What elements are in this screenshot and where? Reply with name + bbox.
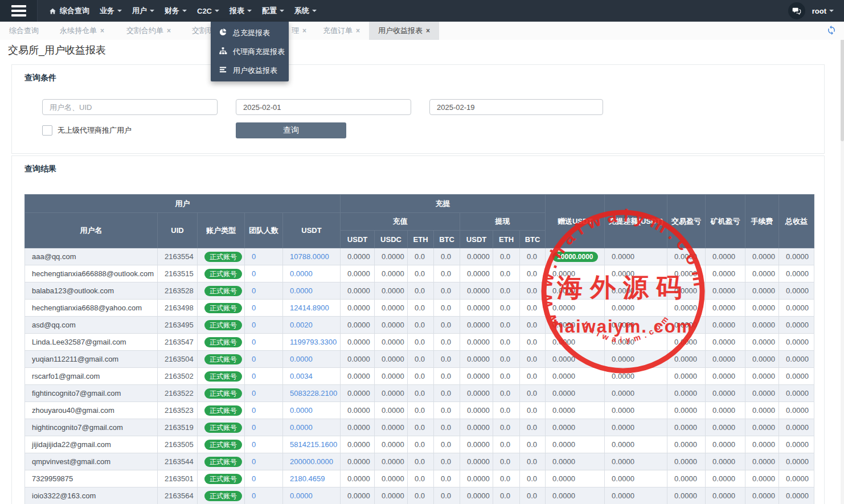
table-cell: 0.0000 (375, 436, 408, 453)
cell-value: 0.0 (527, 406, 537, 415)
usdt-balance-link[interactable]: 5083228.2100 (290, 389, 337, 398)
close-icon[interactable]: × (167, 27, 171, 35)
top-menu-item[interactable]: 报表 (224, 0, 257, 22)
usdt-balance-link[interactable]: 0.0020 (290, 321, 313, 329)
usdt-balance-link[interactable]: 0.0000 (290, 355, 313, 363)
cell-value: 0.0 (500, 457, 510, 466)
team-count-link[interactable]: 0 (252, 491, 256, 500)
tab-交割合约单[interactable]: 交割合约单× (126, 22, 171, 40)
team-count-link[interactable]: 0 (252, 304, 256, 312)
close-icon[interactable]: × (356, 27, 360, 35)
no-agent-checkbox[interactable] (42, 125, 52, 136)
top-menu-item[interactable]: 财务 (159, 0, 192, 22)
team-count-link[interactable]: 0 (252, 355, 256, 363)
usdt-balance-link[interactable]: 12414.8900 (290, 304, 329, 312)
team-count-link[interactable]: 0 (252, 321, 256, 329)
team-count-link[interactable]: 0 (252, 423, 256, 432)
table-cell: 0.0000 (779, 402, 814, 419)
account-type-badge: 正式账号 (204, 320, 242, 330)
top-menu-item[interactable]: C2C (192, 0, 224, 22)
cell-value: 0.0000 (382, 304, 404, 312)
user-menu[interactable]: root (812, 7, 834, 15)
report-menu-item[interactable]: 用户收益报表 (211, 61, 289, 80)
team-count-link[interactable]: 0 (252, 252, 256, 261)
report-menu-item[interactable]: 代理商充提报表 (211, 42, 289, 61)
top-menu-item[interactable]: 系统 (289, 0, 322, 22)
usdt-balance-link[interactable]: 0.0000 (290, 286, 313, 295)
table-cell: ioio3322@163.com (25, 487, 158, 504)
date-to-input[interactable] (429, 99, 603, 115)
table-cell: 0.0 (434, 265, 460, 282)
team-count-link[interactable]: 0 (252, 440, 256, 449)
usdt-balance-link[interactable]: 200000.0000 (290, 457, 333, 466)
table-cell: 0.0000 (546, 436, 605, 453)
team-count-link[interactable]: 0 (252, 389, 256, 398)
top-menu-item[interactable]: 综合查询 (44, 0, 95, 22)
tab-理[interactable]: 理× (292, 22, 306, 40)
cell-value: 0.0000 (674, 491, 697, 500)
usdt-balance-link[interactable]: 0.0000 (290, 406, 313, 415)
table-cell: qmpvinvest@gmail.com (25, 453, 158, 470)
header-dep-btc: BTC (434, 231, 460, 248)
usdt-balance-link[interactable]: 1199793.3300 (290, 338, 337, 346)
top-menu-item-label: 综合查询 (60, 6, 89, 16)
table-cell: 0.0 (520, 300, 546, 317)
cell-value: 0.0 (527, 252, 537, 261)
top-menu-item[interactable]: 配置 (257, 0, 289, 22)
cell-value: 0.0 (500, 252, 510, 261)
cell-value: 0.0 (441, 423, 451, 432)
tab-用户收益报表[interactable]: 用户收益报表× (369, 22, 439, 40)
team-count-link[interactable]: 0 (252, 457, 256, 466)
keyword-input[interactable] (42, 99, 218, 115)
close-icon[interactable]: × (100, 27, 104, 35)
sidebar-toggle-button[interactable] (0, 0, 38, 22)
date-from-input[interactable] (236, 99, 411, 115)
team-count-link[interactable]: 0 (252, 269, 256, 278)
team-count-link[interactable]: 0 (252, 474, 256, 483)
cell-value: 0.0000 (786, 321, 809, 329)
team-count-link[interactable]: 0 (252, 286, 256, 295)
usdt-balance-link[interactable]: 2180.4659 (290, 474, 325, 483)
table-cell: 2180.4659 (283, 470, 341, 487)
top-menu-item[interactable]: 业务 (95, 0, 127, 22)
table-cell: 0.0000 (706, 470, 745, 487)
cell-value: 0.0000 (786, 304, 809, 312)
table-cell: hightincognito7@gmail.com (25, 419, 158, 436)
table-cell: 0.0000 (706, 402, 745, 419)
usdt-balance-link[interactable]: 0.0000 (290, 491, 313, 500)
account-type-badge: 正式账号 (204, 354, 242, 364)
team-count-link[interactable]: 0 (252, 406, 256, 415)
table-cell: 0.0 (434, 317, 460, 334)
tab-永续持仓单[interactable]: 永续持仓单× (60, 22, 104, 40)
cell-value: 0.0 (527, 457, 537, 466)
usdt-balance-link[interactable]: 0.0000 (290, 269, 313, 278)
tab-label: 充值订单 (323, 26, 353, 35)
usdt-balance-link[interactable]: 0.0000 (290, 423, 313, 432)
cell-value: 0.0000 (752, 457, 775, 466)
usdt-balance-link[interactable]: 0.0034 (290, 372, 313, 380)
tab-综合查询[interactable]: 综合查询 (9, 22, 39, 40)
top-menu-item-label: 配置 (262, 6, 277, 16)
cell-value: 0.0000 (712, 252, 735, 261)
report-menu-item-label: 代理商充提报表 (233, 47, 285, 57)
table-cell: 0.0 (434, 419, 460, 436)
usdt-balance-link[interactable]: 5814215.1600 (290, 440, 337, 449)
page-scrollbar[interactable] (841, 22, 844, 504)
team-count-link[interactable]: 0 (252, 372, 256, 380)
team-count-link[interactable]: 0 (252, 338, 256, 346)
table-cell: 0.0 (434, 385, 460, 402)
close-icon[interactable]: × (426, 27, 430, 35)
hamburger-icon (11, 5, 26, 7)
tab-充值订单[interactable]: 充值订单× (323, 22, 360, 40)
refresh-button[interactable] (826, 25, 837, 35)
close-icon[interactable]: × (302, 27, 306, 35)
usdt-balance-link[interactable]: 10788.0000 (290, 252, 329, 261)
messages-button[interactable] (788, 2, 805, 19)
search-button[interactable]: 查询 (236, 122, 346, 138)
table-cell: 0 (245, 453, 283, 470)
report-menu-item[interactable]: 总充提报表 (211, 23, 289, 42)
cell-value: 0.0000 (382, 457, 404, 466)
top-menu-item[interactable]: 用户 (127, 0, 159, 22)
cell-value: 0.0 (500, 372, 510, 380)
table-cell: 0.0000 (375, 470, 408, 487)
